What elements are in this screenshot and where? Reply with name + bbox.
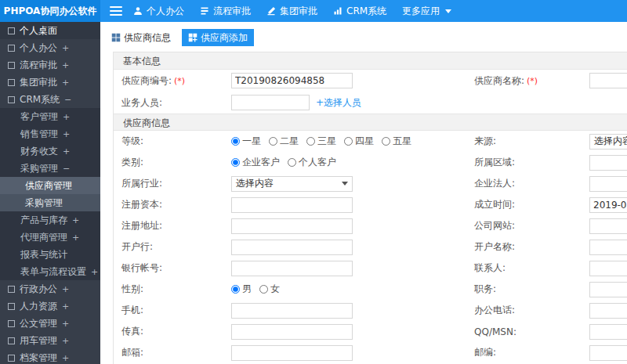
radio-input[interactable] (382, 137, 390, 146)
top-menu-crm[interactable]: CRM系统 (333, 5, 386, 18)
sidebar-item-document-mgmt[interactable]: 公文管理 + (0, 315, 100, 332)
supplier-no-input[interactable] (231, 73, 353, 88)
form-row: 供应商编号: (*) 供应商名称: (*) (114, 70, 627, 92)
expand-icon: + (72, 232, 79, 243)
account-name-input[interactable] (589, 240, 627, 255)
bank-account-input[interactable] (231, 261, 353, 276)
sidebar-item-archive-mgmt[interactable]: 档案管理 + (0, 349, 100, 364)
office-phone-input[interactable] (589, 303, 627, 319)
qq-input[interactable] (589, 324, 627, 340)
bank-input[interactable] (231, 240, 353, 255)
sidebar-item-personal-office[interactable]: 个人办公 + (0, 39, 100, 56)
top-menu-label: 个人办公 (147, 5, 184, 18)
top-menu-workflow-approval[interactable]: 流程审批 (200, 5, 251, 18)
website-input[interactable] (589, 218, 627, 234)
sidebar-item-form-flow-settings[interactable]: 表单与流程设置 + (0, 263, 100, 280)
founded-label: 成立时间: (474, 198, 515, 211)
radio-input[interactable] (259, 285, 268, 294)
sidebar-item-label: 报表与统计 (20, 248, 67, 261)
legal-label: 企业法人: (474, 177, 515, 190)
sidebar-item-label: 用车管理 (20, 334, 57, 348)
expand-icon: + (62, 43, 69, 53)
supplier-name-label: 供应商名称: (474, 74, 524, 88)
sidebar-item-admin-office[interactable]: 行政办公 + (0, 280, 100, 297)
founded-date-input[interactable] (589, 197, 627, 213)
radio-option[interactable]: 个人客户 (288, 156, 336, 169)
staff-input[interactable] (231, 95, 310, 110)
radio-input[interactable] (306, 137, 315, 146)
region-input[interactable] (589, 155, 627, 171)
sidebar-item-group-approval[interactable]: 集团审批 + (0, 74, 100, 91)
radio-option[interactable]: 企业客户 (231, 156, 280, 169)
email-input[interactable] (231, 345, 353, 361)
sidebar-item-customer-mgmt[interactable]: 客户管理 + (0, 108, 100, 125)
tab-label: 供应商添加 (201, 31, 248, 45)
tab-supplier-info[interactable]: 供应商信息 (105, 29, 177, 46)
collapse-icon: − (64, 95, 71, 105)
sidebar-item-sales-mgmt[interactable]: 销售管理 + (0, 125, 100, 142)
hamburger-menu-icon[interactable] (110, 6, 122, 16)
supplier-name-input[interactable] (589, 73, 627, 88)
form-row: 银行帐号: 联系人: (114, 258, 627, 279)
fax-input[interactable] (231, 324, 353, 340)
radio-option[interactable]: 二星 (269, 135, 299, 148)
contact-input[interactable] (589, 261, 627, 276)
sidebar-item-vehicle-mgmt[interactable]: 用车管理 + (0, 332, 100, 349)
zip-label: 邮编: (474, 346, 496, 359)
tab-supplier-add[interactable]: 供应商添加 (182, 29, 254, 46)
sidebar-item-hr[interactable]: 人力资源 + (0, 297, 100, 315)
radio-input[interactable] (231, 158, 240, 167)
choose-staff-link[interactable]: +选择人员 (316, 96, 361, 110)
radio-option[interactable]: 女 (259, 283, 280, 296)
source-select[interactable]: 选择内容 (589, 134, 627, 150)
radio-input[interactable] (231, 285, 240, 294)
page: PHPOA协同办公软件 个人办公 流程审批 集团审批 (0, 0, 627, 364)
radio-input[interactable] (344, 137, 353, 146)
industry-select[interactable]: 选择内容 (231, 176, 353, 192)
tab-strip: 供应商信息 供应商添加 (100, 22, 627, 47)
chevron-down-icon (342, 182, 348, 186)
sidebar-item-workflow-approval[interactable]: 流程审批 + (0, 56, 100, 74)
reg-address-label: 注册地址: (121, 219, 162, 232)
sidebar-item-desktop[interactable]: 个人桌面 (0, 22, 100, 39)
sidebar-item-purchase-mgmt-child[interactable]: 采购管理 (0, 194, 100, 211)
expand-icon: + (62, 77, 69, 88)
expand-icon: + (62, 284, 69, 294)
radio-input[interactable] (288, 158, 296, 167)
flow-icon (200, 6, 209, 16)
sidebar-item-product-inventory[interactable]: 产品与库存 + (0, 211, 100, 229)
sidebar-item-purchase-mgmt[interactable]: 采购管理 − (0, 160, 100, 177)
field-label: 供应商名称: (*) (474, 74, 589, 88)
zip-input[interactable] (589, 345, 627, 361)
sidebar-item-label: 表单与流程设置 (20, 265, 86, 279)
mobile-input[interactable] (231, 303, 353, 319)
field-label: 供应商编号: (*) (114, 74, 231, 88)
top-menu-more-apps[interactable]: 更多应用 (402, 5, 451, 18)
gender-label: 性别: (121, 283, 143, 296)
reg-address-input[interactable] (231, 218, 353, 234)
radio-input[interactable] (269, 137, 277, 146)
sidebar-item-finance[interactable]: 财务收支 + (0, 142, 100, 160)
radio-option[interactable]: 一星 (231, 135, 261, 148)
sidebar-item-reports[interactable]: 报表与统计 (0, 246, 100, 263)
radio-option[interactable]: 四星 (344, 135, 374, 148)
capital-input[interactable] (231, 197, 353, 213)
title-input[interactable] (589, 282, 627, 297)
radio-option[interactable]: 五星 (382, 135, 411, 148)
category-label: 类别: (121, 156, 143, 169)
sidebar-item-agent-mgmt[interactable]: 代理商管理 + (0, 229, 100, 246)
sidebar-item-supplier-mgmt[interactable]: 供应商管理 (0, 177, 100, 194)
legal-input[interactable] (589, 176, 627, 192)
account-name-label: 开户名称: (474, 240, 515, 254)
radio-option[interactable]: 三星 (306, 135, 336, 148)
top-menu-personal-office[interactable]: 个人办公 (133, 5, 184, 18)
folder-icon (8, 355, 15, 362)
expand-icon: + (72, 215, 79, 225)
supplier-add-form: 基本信息 供应商编号: (*) 供应商名称: (*) (113, 52, 627, 364)
top-menu-group-approval[interactable]: 集团审批 (266, 5, 317, 18)
sidebar-item-crm[interactable]: CRM系统 − (0, 91, 100, 108)
sidebar-item-label: 采购管理 (25, 196, 63, 210)
radio-input[interactable] (231, 137, 240, 146)
radio-option[interactable]: 男 (231, 283, 252, 296)
sidebar-item-label: 客户管理 (20, 110, 58, 124)
